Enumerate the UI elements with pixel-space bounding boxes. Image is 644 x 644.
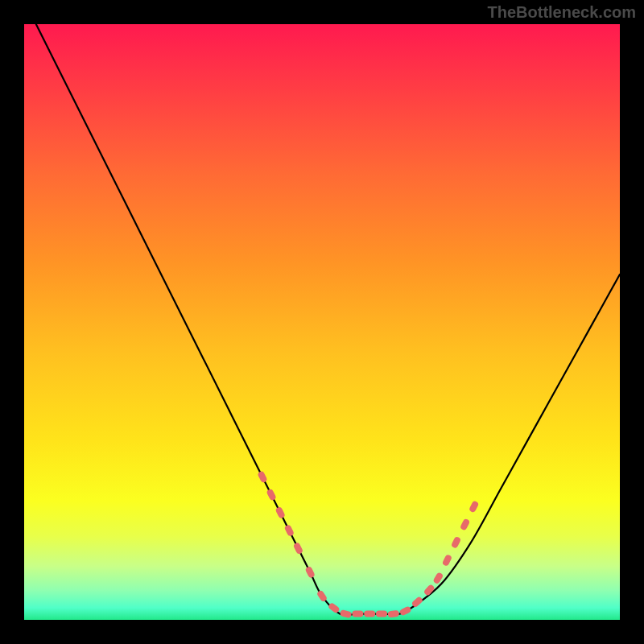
marker-dot: [257, 470, 267, 483]
marker-dot: [387, 610, 399, 618]
bottleneck-curve: [24, 24, 620, 615]
marker-dot: [275, 506, 285, 519]
plot-area: [24, 24, 620, 620]
marker-dot: [423, 584, 436, 597]
marker-dot: [399, 605, 412, 616]
marker-dot: [304, 566, 315, 579]
watermark-text: TheBottleneck.com: [488, 3, 636, 22]
curve-layer: [24, 24, 620, 620]
marker-dot: [340, 609, 353, 618]
highlight-markers: [257, 470, 479, 618]
marker-dot: [376, 611, 387, 617]
marker-dot: [352, 611, 363, 617]
marker-dot: [460, 518, 470, 531]
marker-dot: [266, 489, 276, 502]
marker-dot: [442, 554, 452, 567]
marker-dot: [284, 524, 295, 537]
marker-dot: [451, 536, 461, 549]
marker-dot: [293, 542, 303, 555]
marker-dot: [469, 500, 479, 513]
marker-dot: [364, 611, 375, 617]
chart-container: TheBottleneck.com: [0, 0, 644, 644]
